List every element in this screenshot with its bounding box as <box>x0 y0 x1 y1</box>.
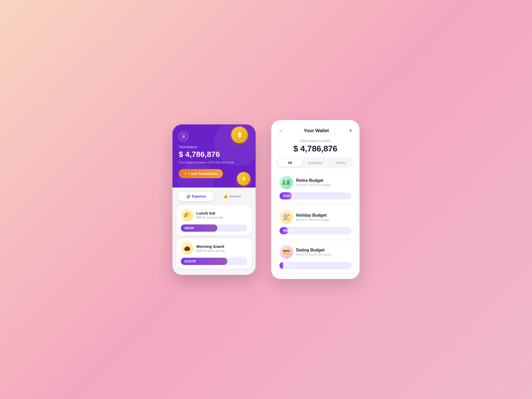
income-label: Income <box>229 194 241 198</box>
add-transaction-label: + Add Transaction <box>188 172 217 176</box>
holiday-icon: 🏖️ <box>280 210 293 224</box>
income-icon: 💰 <box>223 194 228 198</box>
retire-amount: $128,00 <box>283 194 294 198</box>
snack-progress-container: $128,00 <box>181 258 247 265</box>
filter-tabs: All Academic Family <box>276 158 354 168</box>
snack-progress-fill: $128,00 <box>181 258 227 265</box>
holiday-subtitle: $98,00 of $800 the budget <box>296 218 329 221</box>
right-phone: ← Your Wallet + Total balance in wallet … <box>271 120 360 279</box>
snack-icon: 🌰 <box>181 242 193 255</box>
retire-subtitle: $128,00 of $750 the budget <box>296 183 331 187</box>
add-transaction-button[interactable]: + + Add Transaction <box>179 169 223 178</box>
total-label: Total balance <box>179 145 249 149</box>
tab-expense[interactable]: 💸 Expense <box>178 192 214 201</box>
budgets-list: 💵 Retire Budget $128,00 of $750 the budg… <box>271 172 360 273</box>
holiday-progress-container: $98,00 <box>280 227 351 234</box>
bitcoin-coin-top: ฿ <box>231 127 248 143</box>
lunch-progress-fill: $88,00 <box>181 224 217 232</box>
lunch-progress-container: $88,00 <box>181 224 247 232</box>
wallet-header: ← Your Wallet + <box>271 120 360 137</box>
transaction-tabs: 💸 Expense 💰 Income <box>172 188 256 203</box>
wallet-balance-label: Total balance in wallet <box>277 139 353 143</box>
retire-progress-fill: $128,00 <box>280 192 292 200</box>
bitcoin-coin-bottom: ฿ <box>237 172 250 185</box>
snack-amount: $128,00 <box>184 260 196 263</box>
budget-card-retire: 💵 Retire Budget $128,00 of $750 the budg… <box>275 172 355 203</box>
add-icon: + <box>184 172 187 176</box>
expense-label: Expense <box>192 194 206 198</box>
filter-family[interactable]: Family <box>328 159 353 167</box>
transaction-card-lunch: 🌮 Lunch Eat $88,00 spent per day $88,00 <box>177 205 251 235</box>
holiday-amount: $98,00 <box>283 229 293 232</box>
wallet-title: Your Wallet <box>304 128 329 134</box>
phones-container: ฿ ฿ Total balance $ 4,786,876 Your budge… <box>172 120 360 279</box>
coin-symbol-bottom: ฿ <box>242 176 245 182</box>
subtitle-highlight: +2,67% <box>207 161 215 164</box>
budget-card-holiday: 🏖️ Holiday Budget $98,00 of $800 the bud… <box>275 207 355 238</box>
filter-all[interactable]: All <box>277 159 302 167</box>
tab-income[interactable]: 💰 Income <box>214 192 250 201</box>
budget-card-dating: 💳 Dating Budget $38,00 of $1,250 the bud… <box>275 242 355 273</box>
left-phone-header: ฿ ฿ Total balance $ 4,786,876 Your budge… <box>172 124 256 188</box>
transaction-card-snack: 🌰 Morning Snack $128,00 spent per day $1… <box>177 238 251 269</box>
transactions-list: 🌮 Lunch Eat $88,00 spent per day $88,00 … <box>172 203 256 275</box>
wallet-balance-section: Total balance in wallet $ 4,786,876 <box>271 137 360 158</box>
dating-subtitle: $38,00 of $1,250 the budget <box>296 253 332 256</box>
dating-icon: 💳 <box>280 245 293 259</box>
snack-subtitle: $128,00 spent per day <box>196 249 225 252</box>
expense-icon: 💸 <box>186 194 190 198</box>
wallet-add-button[interactable]: + <box>348 126 353 135</box>
retire-name: Retire Budget <box>296 178 331 183</box>
snack-name: Morning Snack <box>196 244 225 249</box>
dating-amount: $38,00 <box>283 264 293 267</box>
back-button[interactable]: ← <box>277 127 285 135</box>
holiday-name: Holiday Budget <box>296 213 329 218</box>
retire-progress-container: $128,00 <box>280 192 351 200</box>
wallet-balance: $ 4,786,876 <box>277 144 353 154</box>
lunch-name: Lunch Eat <box>196 211 223 215</box>
lunch-subtitle: $88,00 spent per day <box>196 216 223 219</box>
subtitle-text: Your budget is increase <box>179 161 207 164</box>
menu-icon[interactable] <box>179 132 188 141</box>
dating-progress-container: $38,00 <box>280 262 351 269</box>
filter-academic[interactable]: Academic <box>303 159 328 167</box>
dating-progress-fill: $38,00 <box>280 262 283 269</box>
holiday-progress-fill: $98,00 <box>280 227 288 234</box>
dating-name: Dating Budget <box>296 248 332 252</box>
lunch-amount: $88,00 <box>184 226 194 230</box>
subtitle-text2: than last month <box>216 161 234 164</box>
header-subtitle: Your budget is increase +2,67% than last… <box>179 161 249 164</box>
header-balance: $ 4,786,876 <box>179 150 249 159</box>
retire-icon: 💵 <box>280 176 293 189</box>
coin-symbol: ฿ <box>238 131 242 138</box>
left-phone: ฿ ฿ Total balance $ 4,786,876 Your budge… <box>172 124 256 275</box>
lunch-icon: 🌮 <box>181 209 193 221</box>
